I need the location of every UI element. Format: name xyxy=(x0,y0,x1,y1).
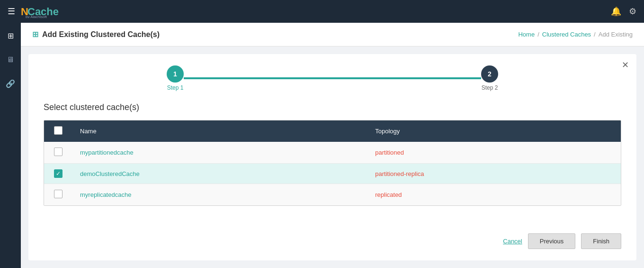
topology-cell: partitioned-replica xyxy=(367,164,621,184)
section-title: Select clustered cache(s) xyxy=(44,102,621,112)
notification-icon[interactable]: 🔔 xyxy=(611,6,621,17)
step-line-filled xyxy=(184,77,481,79)
cache-name-cell: demoClusteredCache xyxy=(72,164,367,184)
navbar-right: 🔔 ⚙ xyxy=(611,6,636,17)
footer-buttons: Cancel Previous Finish xyxy=(503,233,621,249)
name-column-header: Name xyxy=(72,120,367,142)
step-2-number: 2 xyxy=(488,70,492,78)
topology-cell: partitioned xyxy=(367,142,621,164)
stepper-container: 1 Step 1 2 Step 2 xyxy=(167,65,498,91)
cache-name-cell: myreplicatedcache xyxy=(72,184,367,206)
previous-button[interactable]: Previous xyxy=(528,233,576,249)
cache-table-wrapper: Name Topology mypartitionedcachepartitio… xyxy=(44,120,621,206)
finish-button[interactable]: Finish xyxy=(581,233,621,249)
sidebar-link-icon[interactable]: 🔗 xyxy=(3,76,18,91)
step-2-item: 2 Step 2 xyxy=(481,65,498,91)
select-all-header[interactable] xyxy=(44,120,72,142)
breadcrumb: Home / Clustered Caches / Add Existing xyxy=(518,31,633,38)
page-title: Add Existing Clustered Cache(s) xyxy=(42,30,160,39)
table-header: Name Topology xyxy=(44,120,621,142)
sidebar-dashboard-icon[interactable]: ⊞ xyxy=(5,28,17,43)
cache-table: Name Topology mypartitionedcachepartitio… xyxy=(44,120,621,205)
content-area: ✕ 1 Step 1 xyxy=(21,46,644,268)
topology-cell: replicated xyxy=(367,184,621,206)
breadcrumb-sep1: / xyxy=(537,31,539,38)
step-1-number: 1 xyxy=(173,70,177,78)
step-2-label: Step 2 xyxy=(482,84,498,91)
row-checkbox[interactable] xyxy=(54,169,63,178)
breadcrumb-home[interactable]: Home xyxy=(518,31,535,38)
step-2-circle: 2 xyxy=(481,65,498,83)
row-checkbox-cell[interactable] xyxy=(44,164,72,184)
breadcrumb-sep2: / xyxy=(594,31,596,38)
navbar-left: ☰ N Cache by Alachisoft xyxy=(8,5,63,18)
row-checkbox[interactable] xyxy=(54,190,63,198)
breadcrumb-clustered-caches[interactable]: Clustered Caches xyxy=(542,31,591,38)
topology-column-header: Topology xyxy=(367,120,621,142)
sidebar: ⊞ 🖥 🔗 xyxy=(0,23,21,268)
select-all-checkbox[interactable] xyxy=(54,126,63,135)
stepper: 1 Step 1 2 Step 2 xyxy=(44,65,621,91)
step-1-item: 1 Step 1 xyxy=(167,65,184,91)
breadcrumb-add-existing: Add Existing xyxy=(599,31,633,38)
row-checkbox-cell[interactable] xyxy=(44,184,72,206)
navbar: ☰ N Cache by Alachisoft 🔔 ⚙ xyxy=(0,0,644,23)
hamburger-icon[interactable]: ☰ xyxy=(8,6,15,17)
page-title-container: ⊞ Add Existing Clustered Cache(s) xyxy=(32,30,160,39)
logo: N Cache by Alachisoft xyxy=(21,5,63,18)
header-bar: ⊞ Add Existing Clustered Cache(s) Home /… xyxy=(21,23,644,46)
step-line xyxy=(184,77,481,79)
sidebar-monitor-icon[interactable]: 🖥 xyxy=(4,53,17,67)
table-header-row: Name Topology xyxy=(44,120,621,142)
table-row[interactable]: demoClusteredCachepartitioned-replica xyxy=(44,164,621,184)
cache-name-cell: mypartitionedcache xyxy=(72,142,367,164)
row-checkbox[interactable] xyxy=(54,148,63,156)
svg-text:by Alachisoft: by Alachisoft xyxy=(26,15,47,18)
main-content: ⊞ Add Existing Clustered Cache(s) Home /… xyxy=(21,23,644,268)
cluster-icon: ⊞ xyxy=(32,30,38,39)
table-row[interactable]: mypartitionedcachepartitioned xyxy=(44,142,621,164)
table-row[interactable]: myreplicatedcachereplicated xyxy=(44,184,621,206)
close-button[interactable]: ✕ xyxy=(622,60,629,70)
step-1-circle: 1 xyxy=(167,65,184,83)
row-checkbox-cell[interactable] xyxy=(44,142,72,164)
cancel-button[interactable]: Cancel xyxy=(503,238,522,245)
main-card: ✕ 1 Step 1 xyxy=(28,54,636,260)
settings-icon[interactable]: ⚙ xyxy=(629,6,636,17)
table-body: mypartitionedcachepartitioneddemoCluster… xyxy=(44,142,621,205)
step-1-label: Step 1 xyxy=(167,84,184,91)
layout: ⊞ 🖥 🔗 ⊞ Add Existing Clustered Cache(s) … xyxy=(0,23,644,268)
